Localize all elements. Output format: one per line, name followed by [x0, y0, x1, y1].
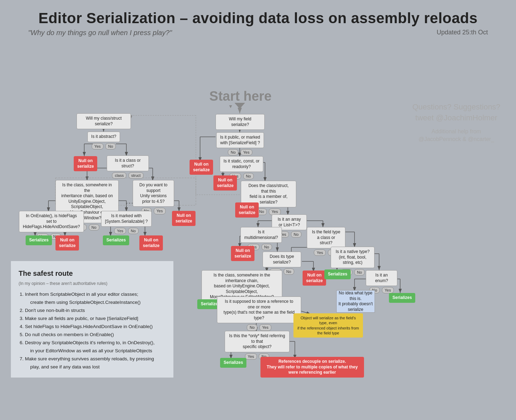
is-native-box: Is it a native type?(int, float, bool, s…	[331, 247, 375, 268]
references-decouple-box: References decouple on serialize.They wi…	[260, 357, 364, 378]
node-null5: Null onserialize	[190, 160, 213, 175]
null4-box: Null onserialize	[172, 211, 196, 226]
safest-route-item-5: Do null checks on members in OnEnable()	[25, 331, 166, 339]
safest-route-item-2: Don't use non-built-in structs	[25, 307, 166, 315]
questions-box: Questions? Suggestions? tweet @JoachimHo…	[407, 102, 505, 143]
is-field-class-box: Is the field type a class or struct?	[307, 227, 345, 248]
subtitle-row: "Why do my things go null when I press p…	[0, 29, 516, 37]
yes-label-12: Yes	[245, 353, 257, 360]
safest-route-title: The safest route	[19, 267, 166, 279]
no-idea-box: No idea what type this is.It probably do…	[336, 290, 375, 313]
yes-label-9: Yes	[382, 287, 394, 293]
null3-box: Null onserialize	[139, 235, 163, 251]
is-multi-box: Is it multidimensional?	[240, 227, 282, 243]
in-on-enable-box: In OnEnable(), is hideFlags set toHideFl…	[19, 211, 84, 232]
yes-label-1: Yes	[240, 149, 252, 155]
node-serializes4: Serializes	[220, 358, 246, 368]
null5-box: Null onserialize	[190, 160, 213, 175]
safest-route-item-3: Make sure all fields are public, or have…	[25, 315, 166, 323]
yes-label-3: Yes	[269, 208, 281, 215]
safest-route-subtitle: (In my opinion – these aren't authoritat…	[19, 280, 166, 287]
node-is-public: Is it public, or markedwith [SerializeFi…	[212, 132, 268, 156]
node-is-marked-serializable: Is it marked with[System.Serializable] ?…	[100, 211, 152, 234]
yes-label-left3: Yes	[154, 208, 166, 214]
is-marked-serializable-box: Is it marked with[System.Serializable] ?	[101, 211, 152, 227]
yes-label-left1: Yes	[92, 143, 104, 149]
null1-box: Null onserialize	[74, 156, 97, 171]
is-abstract-box: Is it abstract?	[87, 132, 120, 142]
will-field-serialize-box: Will my field serialize?	[216, 114, 265, 130]
no-label-1: No	[228, 149, 238, 155]
no-label-2: No	[243, 173, 254, 179]
null2-box: Null onserialize	[55, 235, 79, 251]
node-will-class-serialize: Will my class/struct serialize?	[77, 113, 131, 129]
node-want-support-unity: Do you want to supportUnity versions pri…	[133, 180, 174, 215]
safest-route-item-4: Set hideFlags to HideFlags.HideAndDontSa…	[25, 323, 166, 331]
node-null4: Null onserialize	[172, 211, 196, 226]
node-null3: Null onserialize	[139, 235, 163, 251]
node-null6: Null onserialize	[213, 175, 237, 191]
node-object-serialize: Object will serialize as the field's typ…	[293, 313, 363, 338]
additional-help: Additional help from@JacobPennock & @nca…	[407, 128, 505, 144]
no-label-5: No	[262, 244, 272, 250]
serializes1-box: Serializes	[26, 235, 52, 245]
yes-label-left5: Yes	[114, 228, 126, 234]
node-will-field-serialize: Will my field serialize?	[216, 114, 265, 130]
is-class-struct-box: Is it a class or struct?	[107, 155, 149, 171]
node-serializes1: Serializes	[26, 235, 52, 245]
flowchart-area: Start here Questions? Suggestions? tweet…	[0, 37, 516, 405]
is-static-box: Is it static, const, orreadonly?	[220, 156, 264, 172]
node-is-supposed-store: Is it supposed to store a reference to o…	[217, 296, 301, 331]
no-label-left1: No	[105, 143, 116, 149]
serializes4-box: Serializes	[220, 358, 246, 368]
questions-text: Questions? Suggestions? tweet @JoachimHo…	[412, 102, 501, 122]
start-here-label: Start here	[195, 89, 286, 104]
safest-route-box: The safest route (In my opinion – these …	[11, 261, 174, 378]
null7-box: Null onserialize	[235, 202, 259, 218]
null8-box: Null onserialize	[231, 246, 254, 261]
node-is-abstract: Is it abstract? Yes No	[84, 132, 124, 150]
node-null9: Null onserialize	[303, 271, 326, 286]
subtitle-left: "Why do my things go null when I press p…	[28, 29, 172, 37]
serializes6-box: Serializes	[389, 293, 415, 303]
is-public-box: Is it public, or markedwith [SerializeFi…	[216, 132, 264, 148]
safest-route-item-7: Make sure everything survives assembly r…	[25, 355, 166, 371]
node-null1: Null onserialize	[74, 156, 97, 171]
node-references-decouple: References decouple on serialize.They wi…	[260, 357, 364, 378]
null6-box: Null onserialize	[213, 175, 237, 191]
start-arrow-label: ▼	[228, 104, 233, 109]
struct-label: struct	[128, 172, 144, 179]
page-container: Editor Serialization – avoiding data los…	[0, 0, 516, 420]
node-serializes6: Serializes	[389, 293, 415, 303]
safest-route-item-6: Destroy any ScriptableObjects it's refer…	[25, 339, 166, 355]
is-enum-box: Is it an enum?	[366, 270, 397, 286]
node-no-idea: No idea what type this is.It probably do…	[336, 290, 375, 313]
safest-route-list: Inherit from ScriptableObject in all you…	[19, 291, 166, 371]
node-serializes5: Serializes	[324, 269, 351, 279]
null9-box: Null onserialize	[303, 271, 326, 286]
no-label-11: No	[247, 324, 257, 331]
no-label-4: No	[291, 231, 302, 238]
yes-label-6: Yes	[314, 249, 326, 256]
no-label-8: No	[354, 269, 365, 275]
is-supposed-store-box: Is it supposed to store a reference to o…	[217, 296, 301, 323]
serializes5-box: Serializes	[324, 269, 351, 279]
safest-route-item-1: Inherit from ScriptableObject in all you…	[25, 291, 166, 307]
serializes2-box: Serializes	[103, 235, 129, 245]
does-type-serialize-box: Does its type serialize?	[263, 252, 301, 267]
is-only-field-box: Is this the *only* field referring to th…	[225, 331, 290, 352]
node-null8: Null onserialize	[231, 246, 254, 261]
node-is-only-field: Is this the *only* field referring to th…	[225, 331, 290, 360]
main-title: Editor Serialization – avoiding data los…	[0, 0, 516, 27]
no-label-7: No	[284, 268, 294, 275]
no-label-left2: No	[89, 224, 99, 231]
class-label: class	[112, 172, 126, 179]
yes-label-11: Yes	[259, 324, 271, 331]
node-is-class-struct: Is it a class or struct? class struct	[107, 155, 149, 179]
node-serializes2: Serializes	[103, 235, 129, 245]
will-class-serialize-box: Will my class/struct serialize?	[77, 113, 131, 129]
subtitle-right: Updated 25:th Oct	[437, 29, 488, 37]
node-null2: Null onserialize	[55, 235, 79, 251]
object-serialize-box: Object will serialize as the field's typ…	[293, 313, 363, 338]
want-support-unity-box: Do you want to supportUnity versions pri…	[133, 180, 174, 207]
